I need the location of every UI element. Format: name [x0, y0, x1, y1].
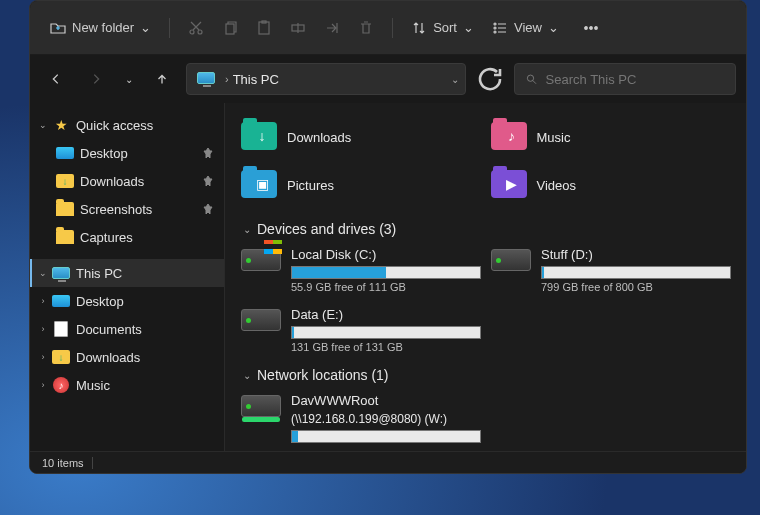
library-label: Music	[537, 130, 571, 145]
drive-usage-bar	[541, 266, 731, 279]
svg-point-9	[585, 26, 588, 29]
share-button[interactable]	[316, 12, 348, 44]
breadcrumb-location: This PC	[233, 72, 279, 87]
folder-icon	[56, 200, 74, 218]
sidebar-item-label: Downloads	[80, 174, 202, 189]
svg-point-12	[527, 75, 533, 81]
sidebar-item[interactable]: › Documents	[30, 315, 224, 343]
library-item[interactable]: ▣ Pictures	[241, 163, 481, 207]
drive-usage-bar	[291, 326, 481, 339]
download-icon	[52, 348, 70, 366]
pc-icon	[52, 264, 70, 282]
sidebar-item[interactable]: › Downloads	[30, 343, 224, 371]
chevron-down-icon[interactable]: ⌄	[36, 120, 50, 130]
section-drives[interactable]: ⌄ Devices and drives (3)	[225, 211, 746, 243]
chevron-down-icon[interactable]: ⌄	[36, 268, 50, 278]
new-folder-icon	[50, 20, 66, 36]
library-item[interactable]: ♪ Music	[491, 115, 731, 159]
drive-name: Local Disk (C:)	[291, 247, 481, 262]
new-folder-button[interactable]: New folder ⌄	[42, 12, 159, 44]
section-label: Network locations (1)	[257, 367, 389, 383]
drive-free-text: 799 GB free of 800 GB	[541, 281, 731, 293]
sidebar-quick-access[interactable]: ⌄ ★ Quick access	[30, 111, 224, 139]
sidebar-item-label: Desktop	[80, 146, 202, 161]
sidebar-item[interactable]: Downloads	[30, 167, 224, 195]
pin-icon	[202, 203, 214, 215]
drive-free-text: 131 GB free of 131 GB	[291, 341, 481, 353]
back-button[interactable]	[40, 63, 72, 95]
drive-icon	[491, 249, 531, 279]
network-drive-icon	[241, 395, 281, 425]
chevron-down-icon: ⌄	[243, 370, 251, 381]
breadcrumb[interactable]: › This PC ⌄	[186, 63, 466, 95]
paste-button[interactable]	[248, 12, 280, 44]
sidebar-item[interactable]: Screenshots	[30, 195, 224, 223]
content-pane[interactable]: ↓ Downloads ♪ Music ▣ Pictures ▶ Videos …	[225, 103, 746, 451]
folder-icon: ↓	[241, 122, 277, 152]
library-item[interactable]: ↓ Downloads	[241, 115, 481, 159]
desktop-icon	[52, 292, 70, 310]
sort-button[interactable]: Sort ⌄	[403, 12, 482, 44]
rename-button[interactable]	[282, 12, 314, 44]
more-button[interactable]	[575, 12, 607, 44]
view-label: View	[514, 20, 542, 35]
chevron-down-icon: ⌄	[463, 20, 474, 35]
sidebar-item[interactable]: › Desktop	[30, 287, 224, 315]
svg-point-8	[494, 31, 496, 33]
sidebar[interactable]: ⌄ ★ Quick access Desktop Downloads Scree…	[30, 103, 225, 451]
network-drive-item[interactable]: DavWWWRoot (\\192.168.0.199@8080) (W:)	[241, 389, 481, 449]
toolbar: New folder ⌄ Sort ⌄ View ⌄	[30, 1, 746, 55]
drive-usage-bar	[291, 266, 481, 279]
chevron-right-icon[interactable]: ›	[36, 380, 50, 390]
status-bar: 10 items	[30, 451, 746, 473]
cut-icon	[188, 20, 204, 36]
forward-button[interactable]	[80, 63, 112, 95]
rename-icon	[290, 20, 306, 36]
up-button[interactable]	[146, 63, 178, 95]
sidebar-label: This PC	[76, 266, 224, 281]
chevron-right-icon[interactable]: ›	[36, 352, 50, 362]
view-button[interactable]: View ⌄	[484, 12, 567, 44]
copy-icon	[222, 20, 238, 36]
chevron-right-icon[interactable]: ›	[36, 296, 50, 306]
chevron-down-icon: ⌄	[140, 20, 151, 35]
divider	[92, 457, 93, 469]
drive-item[interactable]: Data (E:) 131 GB free of 131 GB	[241, 303, 481, 357]
address-bar: ⌄ › This PC ⌄	[30, 55, 746, 103]
delete-button[interactable]	[350, 12, 382, 44]
section-network[interactable]: ⌄ Network locations (1)	[225, 357, 746, 389]
refresh-button[interactable]	[474, 63, 506, 95]
refresh-icon	[474, 63, 506, 95]
library-label: Videos	[537, 178, 577, 193]
section-label: Devices and drives (3)	[257, 221, 396, 237]
desktop-icon	[56, 144, 74, 162]
search-box[interactable]	[514, 63, 736, 95]
chevron-right-icon[interactable]: ›	[36, 324, 50, 334]
chevron-down-icon: ⌄	[243, 224, 251, 235]
arrow-left-icon	[49, 72, 63, 86]
sidebar-item[interactable]: Desktop	[30, 139, 224, 167]
svg-point-0	[190, 30, 194, 34]
file-explorer-window: New folder ⌄ Sort ⌄ View ⌄ ⌄	[29, 0, 747, 474]
chevron-down-icon[interactable]: ⌄	[451, 74, 459, 85]
drive-item[interactable]: Local Disk (C:) 55.9 GB free of 111 GB	[241, 243, 481, 297]
cut-button[interactable]	[180, 12, 212, 44]
library-item[interactable]: ▶ Videos	[491, 163, 731, 207]
sidebar-this-pc[interactable]: ⌄ This PC	[30, 259, 224, 287]
sidebar-item[interactable]: Captures	[30, 223, 224, 251]
star-icon: ★	[52, 116, 70, 134]
drive-free-text: 55.9 GB free of 111 GB	[291, 281, 481, 293]
copy-button[interactable]	[214, 12, 246, 44]
pin-icon	[202, 175, 214, 187]
folder-icon: ▶	[491, 170, 527, 200]
sidebar-item-label: Desktop	[76, 294, 224, 309]
view-icon	[492, 20, 508, 36]
status-item-count: 10 items	[42, 457, 84, 469]
sidebar-item[interactable]: › ♪ Music	[30, 371, 224, 399]
recent-button[interactable]: ⌄	[120, 63, 138, 95]
chevron-down-icon: ⌄	[548, 20, 559, 35]
search-input[interactable]	[546, 72, 725, 87]
folder-icon: ▣	[241, 170, 277, 200]
chevron-down-icon: ⌄	[125, 74, 133, 85]
drive-item[interactable]: Stuff (D:) 799 GB free of 800 GB	[491, 243, 731, 297]
